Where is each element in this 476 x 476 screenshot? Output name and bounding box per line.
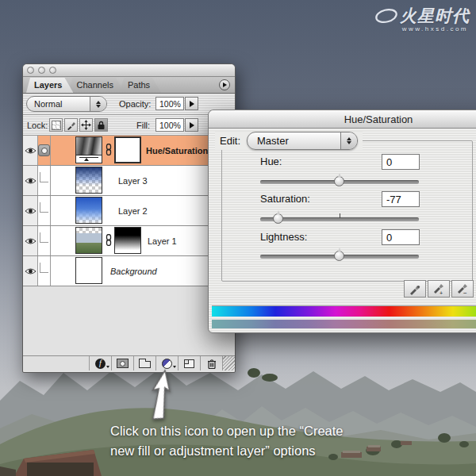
edit-channel-value: Master xyxy=(248,135,340,147)
slider-thumb[interactable] xyxy=(334,176,344,186)
eyedropper-plus-button[interactable]: + xyxy=(428,280,450,298)
eyedropper-minus-button[interactable]: − xyxy=(451,280,474,298)
fill-field[interactable]: 100% xyxy=(155,118,184,132)
hue-slider[interactable] xyxy=(260,175,419,187)
fill-slider-button[interactable] xyxy=(185,118,198,132)
layer-row-layer-3[interactable]: Layer 3 xyxy=(23,166,235,196)
lock-transparency-button[interactable] xyxy=(49,118,63,132)
eye-icon xyxy=(25,207,36,215)
layer-row-background[interactable]: Background xyxy=(23,256,235,286)
hue-label: Hue: xyxy=(260,155,282,167)
layer-row-layer-1[interactable]: Layer 1 xyxy=(23,226,235,256)
trash-icon xyxy=(207,359,217,369)
layer-row-hue-saturation-1[interactable]: Hue/Saturation 1 xyxy=(23,136,235,166)
layers-panel: Layers Channels Paths Normal Opacity: 10… xyxy=(22,63,236,373)
panel-titlebar[interactable] xyxy=(23,64,235,77)
screenshot-stage: 火星时代 www.hxsd.com Layers Channels Paths … xyxy=(0,0,476,476)
window-zoom-button[interactable] xyxy=(49,67,56,74)
move-icon xyxy=(81,120,91,130)
tab-channels[interactable]: Channels xyxy=(68,78,124,93)
blend-mode-select[interactable]: Normal xyxy=(26,96,107,112)
add-layer-mask-button[interactable] xyxy=(111,356,133,370)
svg-text:+: + xyxy=(440,290,443,296)
saturation-label: Saturation: xyxy=(260,193,310,205)
visibility-cell[interactable] xyxy=(23,226,38,255)
dialog-title: Hue/Saturation xyxy=(344,113,413,125)
layer-thumbnail[interactable] xyxy=(75,197,102,224)
panel-tabs: Layers Channels Paths xyxy=(23,77,235,94)
window-close-button[interactable] xyxy=(27,67,34,74)
adjustment-layer-thumbnail[interactable] xyxy=(75,136,102,163)
layer-mask-icon xyxy=(117,359,129,368)
edit-label: Edit: xyxy=(220,135,240,147)
slider-center-tick xyxy=(340,213,340,218)
stepper-icon[interactable] xyxy=(90,97,106,111)
dialog-titlebar[interactable]: Hue/Saturation xyxy=(209,110,476,129)
annotation-text: Click on this icon to open up the “Creat… xyxy=(110,421,344,461)
annotation-line-1: Click on this icon to open up the “Creat… xyxy=(110,421,344,441)
layer-row-layer-2[interactable]: Layer 2 xyxy=(23,196,235,226)
saturation-field[interactable]: -77 xyxy=(382,191,420,207)
layer-list: Hue/Saturation 1 Layer 3 xyxy=(23,136,235,286)
adjustment-indicator-cell[interactable] xyxy=(38,136,51,165)
empty-slot-icon xyxy=(40,202,48,213)
eyedropper-minus-icon: − xyxy=(456,282,469,295)
tab-paths[interactable]: Paths xyxy=(120,78,161,93)
slider-glyph-icon xyxy=(84,158,89,161)
lightness-field[interactable]: 0 xyxy=(382,229,420,245)
adjustment-indicator-icon xyxy=(38,144,50,156)
lock-image-button[interactable] xyxy=(64,118,78,132)
transparency-icon xyxy=(52,121,61,130)
eye-icon xyxy=(25,147,36,155)
layer-name[interactable]: Hue/Saturation 1 xyxy=(146,136,215,165)
adjusted-spectrum-bar xyxy=(212,320,476,328)
hue-field[interactable]: 0 xyxy=(382,154,420,170)
watermark-logo-text: 火星时代 xyxy=(400,5,470,27)
layer-name[interactable]: Layer 3 xyxy=(118,166,148,195)
visibility-cell[interactable] xyxy=(23,196,38,225)
layer-style-button[interactable]: f xyxy=(89,356,111,370)
eye-icon xyxy=(25,237,36,245)
right-triangle-icon xyxy=(223,83,227,87)
layer-name[interactable]: Background xyxy=(110,256,157,286)
lock-all-button[interactable] xyxy=(94,118,108,132)
stepper-icon[interactable] xyxy=(340,132,357,149)
tab-layers[interactable]: Layers xyxy=(26,78,73,93)
hue-spectrum-bar xyxy=(212,305,476,317)
brush-icon xyxy=(67,121,76,130)
lock-position-button[interactable] xyxy=(79,118,93,132)
eyedropper-button[interactable] xyxy=(404,280,426,298)
layer-thumbnail[interactable] xyxy=(75,167,102,194)
resize-grip[interactable] xyxy=(222,356,235,370)
empty-slot-icon xyxy=(40,172,48,182)
slider-thumb[interactable] xyxy=(273,213,283,224)
visibility-cell[interactable] xyxy=(23,136,38,165)
layer-thumbnail[interactable] xyxy=(75,227,102,254)
saturation-slider[interactable] xyxy=(260,212,419,225)
layer-thumbnail[interactable] xyxy=(75,257,102,284)
slider-thumb[interactable] xyxy=(334,251,344,261)
adjustment-layer-icon xyxy=(162,359,172,369)
edit-channel-select[interactable]: Master xyxy=(247,132,358,150)
opacity-slider-button[interactable] xyxy=(185,97,198,110)
link-cell[interactable] xyxy=(38,256,51,286)
layer-mask-thumbnail[interactable] xyxy=(114,227,141,254)
opacity-label: Opacity: xyxy=(119,94,151,114)
empty-slot-icon xyxy=(40,232,48,243)
opacity-field[interactable]: 100% xyxy=(155,97,184,110)
layer-mask-thumbnail[interactable] xyxy=(114,136,141,163)
annotation-line-2: new fill or adjustment layer” options xyxy=(110,441,344,461)
mask-link-icon xyxy=(106,234,112,246)
layer-name[interactable]: Layer 1 xyxy=(148,226,177,255)
visibility-cell[interactable] xyxy=(23,166,38,195)
visibility-cell[interactable] xyxy=(23,256,38,286)
link-cell[interactable] xyxy=(38,166,51,195)
panel-menu-button[interactable] xyxy=(219,79,230,90)
lightness-slider[interactable] xyxy=(260,249,419,262)
watermark: 火星时代 www.hxsd.com xyxy=(335,5,470,33)
link-cell[interactable] xyxy=(38,226,51,255)
link-cell[interactable] xyxy=(38,196,51,225)
window-minimize-button[interactable] xyxy=(38,67,45,74)
layer-name[interactable]: Layer 2 xyxy=(118,196,148,225)
watermark-url: www.hxsd.com xyxy=(335,25,468,33)
